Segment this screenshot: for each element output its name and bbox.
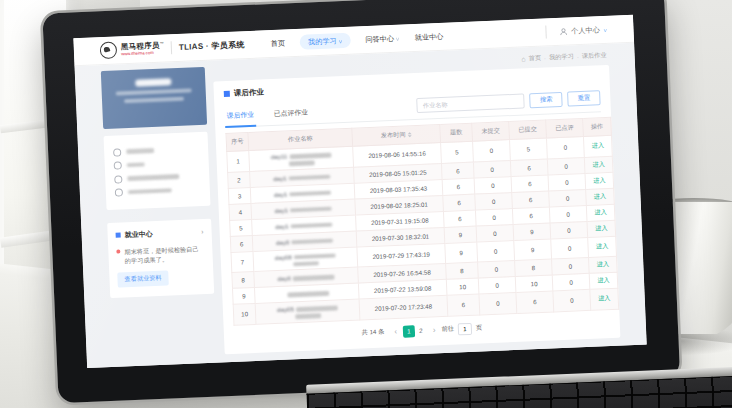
info-icon: [115, 188, 123, 196]
enter-link[interactable]: 进入: [596, 242, 609, 250]
cell-index: 6: [230, 235, 253, 252]
homework-card: 课后作业 课后作业已点评作业 搜索 重置: [213, 65, 620, 354]
tab-pending-homework[interactable]: 课后作业: [224, 107, 256, 128]
cell-index: 2: [228, 171, 251, 188]
column-header: 题数: [440, 123, 473, 142]
employment-title: 就业中心: [124, 229, 152, 240]
laptop-bezel: 黑马程序员™ www.itheima.com TLIAS · 学员系统 首页我的…: [42, 0, 680, 403]
notice-text: 期末将至，是时候检验自己的学习成果了。: [124, 243, 205, 266]
homework-name-prefix: day0: [276, 238, 290, 246]
trademark-mark: ™: [160, 41, 164, 46]
enter-link[interactable]: 进入: [594, 208, 607, 216]
employment-notice: 期末将至，是时候检验自己的学习成果了。: [116, 243, 205, 266]
cell-question-count: 6: [447, 294, 480, 316]
nav-item-label: 就业中心: [414, 31, 443, 42]
cell-not-submitted: 0: [478, 261, 516, 279]
enter-link[interactable]: 进入: [594, 192, 607, 200]
tab-reviewed-homework[interactable]: 已点评作业: [272, 104, 311, 125]
info-value-blurred: [127, 174, 179, 181]
homework-name-blurred: [289, 153, 331, 159]
cell-reviewed: 0: [547, 157, 585, 175]
cell-submitted: 6: [511, 175, 549, 193]
page-button[interactable]: 1: [403, 325, 415, 337]
breadcrumb-item[interactable]: 我的学习: [549, 52, 574, 62]
enter-link[interactable]: 进入: [597, 276, 610, 284]
homework-name-prefix: day08: [275, 253, 292, 261]
table-body: 1day112019-08-06 14:55:165050进入2day12019…: [227, 135, 619, 324]
chevron-right-icon: ›: [201, 228, 204, 235]
cell-not-submitted: 0: [474, 176, 512, 194]
cell-submitted: 10: [515, 275, 553, 293]
homework-name-blurred: [295, 313, 321, 319]
cell-question-count: 8: [446, 262, 479, 279]
cell-not-submitted: 0: [479, 292, 517, 314]
enter-link[interactable]: 进入: [591, 141, 604, 149]
info-row: [114, 172, 200, 184]
home-icon: ⌂: [521, 55, 526, 62]
cell-question-count: 5: [441, 141, 474, 163]
info-row: [113, 145, 199, 157]
divider: [171, 41, 173, 54]
cell-index: 5: [230, 219, 253, 236]
column-header: 已提交: [509, 120, 547, 140]
sort-caret-icon[interactable]: [407, 132, 411, 138]
breadcrumb-item[interactable]: 首页: [528, 54, 541, 64]
tabs: 课后作业已点评作业: [224, 104, 310, 127]
next-page-button[interactable]: ›: [431, 325, 438, 334]
itheima-logo-icon: [100, 41, 118, 59]
blue-square-icon: [224, 91, 230, 97]
cell-submitted: 8: [515, 259, 553, 277]
homework-name-prefix: day05: [277, 305, 294, 313]
homework-search-input[interactable]: [417, 93, 526, 113]
info-icon: [114, 161, 122, 169]
cell-not-submitted: 0: [478, 276, 516, 294]
nav-item[interactable]: 我的学习∨: [300, 33, 351, 50]
enter-link[interactable]: 进入: [598, 294, 611, 302]
student-info-card: [104, 132, 211, 210]
cell-reviewed: 0: [548, 173, 586, 191]
nav-item[interactable]: 首页: [270, 38, 285, 49]
goto-page-input[interactable]: [458, 322, 472, 335]
employment-material-button[interactable]: 查看就业资料: [117, 270, 169, 287]
cell-not-submitted: 0: [473, 140, 511, 162]
reset-button[interactable]: 重置: [567, 90, 600, 106]
enter-link[interactable]: 进入: [593, 176, 606, 184]
cell-submitted: 6: [510, 159, 548, 177]
prev-page-button[interactable]: ‹: [392, 327, 399, 336]
cell-index: 3: [228, 187, 251, 204]
nav-item-label: 问答中心: [365, 33, 394, 44]
cell-submitted: 9: [513, 222, 551, 240]
breadcrumb-item[interactable]: 课后作业: [582, 51, 607, 61]
cell-submitted: 5: [510, 138, 548, 160]
user-menu[interactable]: 个人中心 ∨: [536, 23, 608, 39]
column-header: 序号: [226, 133, 249, 152]
cell-question-count: 6: [441, 162, 474, 179]
red-dot-icon: [116, 249, 120, 253]
cell-reviewed: 0: [552, 257, 590, 275]
employment-header[interactable]: 就业中心 ›: [115, 227, 203, 241]
homework-name-prefix: day1: [274, 190, 288, 198]
cell-not-submitted: 0: [473, 160, 511, 178]
nav-item-label: 我的学习: [308, 36, 337, 47]
enter-link[interactable]: 进入: [592, 160, 605, 168]
cell-submitted: 6: [512, 191, 550, 209]
enter-link[interactable]: 进入: [596, 260, 609, 268]
page-button[interactable]: 2: [415, 324, 427, 336]
info-value-blurred: [126, 148, 154, 154]
homework-name-blurred: [292, 261, 318, 267]
cell-reviewed: 0: [549, 189, 587, 207]
cell-question-count: 6: [443, 210, 476, 227]
cell-question-count: 9: [444, 226, 477, 243]
homework-name-blurred: [289, 174, 331, 180]
cell-reviewed: 0: [553, 289, 591, 311]
chevron-down-icon: ∨: [603, 26, 608, 32]
goto-label: 前往: [441, 325, 454, 335]
search-button[interactable]: 搜索: [530, 92, 563, 108]
page-title: 课后作业: [234, 87, 264, 98]
laptop: 黑马程序员™ www.itheima.com TLIAS · 学员系统 首页我的…: [42, 0, 680, 403]
enter-link[interactable]: 进入: [595, 224, 608, 232]
nav-item[interactable]: 问答中心∨: [365, 33, 400, 44]
chevron-down-icon: ∨: [395, 35, 400, 41]
nav-item[interactable]: 就业中心: [414, 31, 443, 42]
homework-name-blurred: [289, 190, 331, 196]
